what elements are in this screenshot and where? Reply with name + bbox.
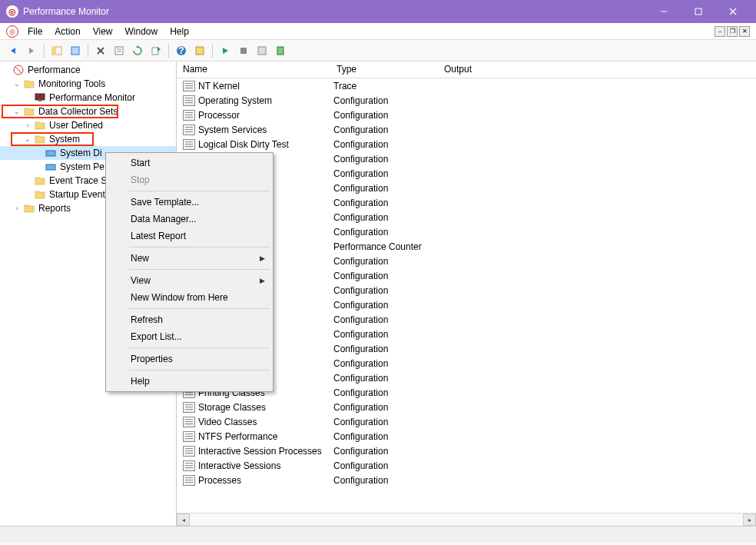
tree-data-collector-sets[interactable]: ⌄ Data Collector Sets [0, 105, 176, 118]
row-type: Configuration [333, 344, 441, 354]
chevron-down-icon[interactable]: ⌄ [12, 108, 22, 115]
menu-file[interactable]: File [22, 25, 48, 38]
properties-button[interactable] [67, 42, 84, 59]
column-name[interactable]: Name [177, 61, 330, 78]
context-start[interactable]: Start [108, 155, 271, 171]
row-type: Configuration [333, 373, 441, 384]
list-item[interactable]: Operating SystemConfiguration [177, 93, 756, 108]
svg-text:?: ? [178, 45, 184, 56]
toolbar-properties-button[interactable] [111, 42, 128, 59]
row-name: Processes [198, 475, 333, 486]
chevron-right-icon[interactable]: › [12, 204, 22, 212]
start-button[interactable] [217, 42, 234, 59]
context-data-manager[interactable]: Data Manager... [108, 211, 271, 228]
window-title: Performance Monitor [23, 6, 646, 17]
table-icon [183, 475, 195, 486]
row-type: Configuration [333, 475, 441, 486]
collector-icon [45, 147, 57, 159]
column-output[interactable]: Output [438, 61, 756, 78]
row-name: Interactive Sessions [198, 460, 333, 471]
table-icon [183, 81, 195, 91]
mdi-restore-button[interactable]: ❐ [727, 26, 738, 37]
minimize-button[interactable] [646, 0, 681, 23]
context-save-template[interactable]: Save Template... [108, 194, 271, 211]
toolbar-button-extra[interactable] [191, 42, 208, 59]
row-type: Configuration [333, 402, 441, 413]
help-button[interactable]: ? [173, 42, 190, 59]
chevron-right-icon[interactable]: › [23, 121, 32, 129]
mdi-minimize-button[interactable]: – [715, 26, 725, 37]
toolbar-save-button[interactable] [254, 42, 270, 59]
list-item[interactable]: Logical Disk Dirty TestConfiguration [177, 137, 756, 151]
list-item[interactable]: Interactive SessionsConfiguration [177, 458, 756, 473]
row-name: Storage Classes [198, 402, 333, 413]
list-item[interactable]: Interactive Session ProcessesConfigurati… [177, 444, 756, 458]
tree-user-defined[interactable]: › User Defined [0, 118, 176, 132]
tree-performance-monitor[interactable]: Performance Monitor [0, 91, 176, 105]
scroll-right-button[interactable]: ▸ [743, 513, 756, 526]
show-hide-tree-button[interactable] [48, 42, 65, 59]
list-item[interactable]: ProcessesConfiguration [177, 473, 756, 487]
row-type: Configuration [333, 256, 441, 267]
toolbar-report-button[interactable] [272, 42, 289, 59]
back-button[interactable] [5, 42, 22, 59]
mdi-close-button[interactable]: ✕ [739, 26, 750, 37]
menu-help[interactable]: Help [164, 25, 195, 38]
forward-button[interactable] [23, 42, 40, 59]
context-view[interactable]: View▶ [108, 272, 271, 289]
svg-rect-21 [35, 94, 45, 100]
context-properties[interactable]: Properties [108, 351, 271, 367]
tree-root-performance[interactable]: Performance [0, 63, 176, 77]
context-new-window[interactable]: New Window from Here [108, 289, 271, 306]
table-icon [183, 431, 195, 442]
row-type: Configuration [333, 110, 441, 121]
menu-window[interactable]: Window [119, 25, 164, 38]
context-export[interactable]: Export List... [108, 328, 271, 345]
scroll-left-button[interactable]: ◂ [177, 513, 190, 526]
context-help[interactable]: Help [108, 373, 271, 390]
list-item[interactable]: Video ClassesConfiguration [177, 414, 756, 429]
row-name: Logical Disk Dirty Test [198, 139, 333, 150]
tree-system[interactable]: ⌄ System [0, 132, 176, 146]
maximize-button[interactable] [681, 0, 715, 23]
context-new[interactable]: New▶ [108, 250, 271, 267]
context-latest-report[interactable]: Latest Report [108, 228, 271, 244]
horizontal-scrollbar[interactable]: ◂ ▸ [177, 513, 756, 526]
close-button[interactable] [715, 0, 750, 23]
row-type: Trace [333, 81, 441, 91]
delete-button[interactable] [92, 42, 109, 59]
table-icon [183, 95, 195, 106]
list-item[interactable]: NT KernelTrace [177, 78, 756, 93]
refresh-button[interactable] [129, 42, 146, 59]
row-type: Configuration [333, 460, 441, 471]
svg-rect-17 [258, 47, 266, 55]
chevron-down-icon[interactable]: ⌄ [12, 80, 22, 88]
tree-monitoring-tools[interactable]: ⌄ Monitoring Tools [0, 77, 176, 91]
column-type[interactable]: Type [330, 61, 438, 78]
list-item[interactable]: Storage ClassesConfiguration [177, 400, 756, 414]
list-item[interactable]: NTFS PerformanceConfiguration [177, 429, 756, 444]
chevron-down-icon[interactable]: ⌄ [23, 135, 32, 143]
list-item[interactable]: System ServicesConfiguration [177, 122, 756, 137]
svg-rect-22 [38, 101, 41, 101]
list-item[interactable]: ProcessorConfiguration [177, 108, 756, 122]
menu-action[interactable]: Action [48, 25, 86, 38]
row-type: Configuration [333, 198, 441, 208]
titlebar: ◎ Performance Monitor [0, 0, 756, 23]
perfmon-icon [12, 64, 25, 76]
row-type: Configuration [333, 271, 441, 281]
folder-icon [34, 133, 46, 145]
menu-view[interactable]: View [87, 25, 119, 38]
folder-icon [34, 188, 46, 201]
table-icon [183, 460, 195, 471]
row-name: Video Classes [198, 417, 333, 427]
table-icon [183, 402, 195, 413]
svg-rect-12 [152, 48, 158, 55]
context-refresh[interactable]: Refresh [108, 311, 271, 328]
stop-button[interactable] [235, 42, 252, 59]
toolbar: ? [0, 40, 756, 61]
row-name: NT Kernel [198, 81, 333, 91]
export-button[interactable] [148, 42, 164, 59]
svg-rect-16 [240, 48, 247, 54]
row-name: Operating System [198, 95, 333, 106]
